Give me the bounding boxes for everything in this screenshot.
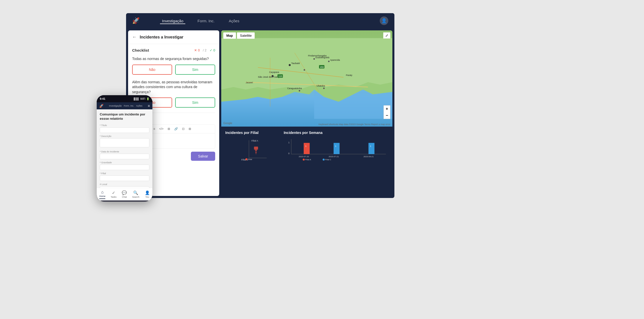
save-button[interactable]: Salvar: [191, 152, 215, 161]
svg-text:Taubaté: Taubaté: [291, 62, 300, 65]
home-label: Home: [99, 195, 105, 197]
svg-text:Aparecida: Aparecida: [330, 59, 340, 61]
desktop-nav: 🚀 Investigação Form. Inc. Ações 👤: [126, 13, 394, 28]
map-svg: Taubaté São José dos Campos Guaratinguet…: [221, 30, 392, 127]
toolbar-btn-grid[interactable]: ⊞: [167, 127, 171, 131]
svg-text:Paraty: Paraty: [346, 74, 353, 76]
google-logo: Google: [223, 122, 232, 125]
phone-nav: 🚀 Investigação Form. Inc. Ações ≡: [97, 102, 152, 109]
phone-menu-icon[interactable]: ≡: [148, 104, 150, 108]
map-tab-satellite[interactable]: Satellite: [237, 32, 255, 39]
phone-tab-you[interactable]: 👤 You: [145, 190, 150, 198]
svg-text:1: 1: [335, 145, 336, 147]
app-logo: 🚀: [132, 17, 140, 24]
toolbar-btn-link[interactable]: 🔗: [173, 127, 179, 131]
phone-label-descricao: * Descrição: [100, 135, 149, 137]
phone-field-local: # Local: [100, 183, 149, 188]
count-green: ✓ 0: [210, 48, 215, 52]
phone-form-title: Comunique um incidente por essse relatór…: [100, 112, 149, 121]
count-slash: / 2: [203, 48, 206, 52]
nav-item-acoes[interactable]: Ações: [227, 18, 242, 24]
nav-item-forminc[interactable]: Form. Inc.: [195, 18, 217, 24]
svg-text:1: 1: [305, 145, 306, 147]
map-expand-button[interactable]: ⤢: [383, 32, 390, 38]
phone-nav-items: Investigação Form. Inc. Ações: [109, 105, 142, 107]
phone-status-icons: ▌▌▌ WiFi 🔋: [134, 97, 149, 100]
svg-text:1: 1: [370, 145, 371, 147]
phone-input-local[interactable]: [100, 186, 149, 188]
question-text-2: Além das normas, as pessoas envolvidas t…: [132, 80, 215, 95]
svg-point-10: [304, 69, 305, 71]
svg-rect-32: [254, 147, 258, 150]
phone-label-filial: * Filial: [100, 172, 149, 175]
nav-item-investigacao[interactable]: Investigação: [160, 18, 185, 24]
phone-tab-tasks[interactable]: ✓ Tasks: [111, 190, 116, 198]
you-label: You: [145, 196, 149, 198]
svg-text:115: 115: [278, 75, 282, 77]
map-zoom-out[interactable]: −: [384, 112, 390, 119]
phone-logo: 🚀: [99, 104, 104, 108]
chart-filial-area: Filial A Filial C Filial: [225, 138, 278, 163]
phone-input-data[interactable]: [100, 154, 149, 159]
svg-text:0: 0: [288, 152, 289, 155]
question-block-1: Todas as normas de segurança foram segui…: [132, 56, 215, 75]
phone-select-filial[interactable]: [100, 175, 149, 181]
phone-nav-acoes[interactable]: Ações: [136, 105, 142, 107]
form-panel-header: ← Incidentes a Investigar: [128, 30, 219, 44]
svg-point-51: [303, 158, 305, 161]
wifi-icon: WiFi: [140, 97, 145, 100]
svg-text:2023-09-21: 2023-09-21: [364, 155, 374, 158]
chart-week-title: Incidentes por Semana: [284, 131, 388, 135]
map-tab-map[interactable]: Map: [223, 32, 236, 39]
svg-text:Caçapava: Caçapava: [269, 71, 279, 73]
svg-point-11: [328, 61, 330, 62]
phone-select-gravidade[interactable]: [100, 165, 149, 170]
svg-point-12: [299, 90, 300, 91]
answer-sim-1[interactable]: Sim: [175, 65, 215, 75]
toolbar-btn-3[interactable]: ≡: [152, 127, 156, 131]
svg-text:Filial: Filial: [248, 158, 252, 161]
svg-text:459: 459: [320, 66, 324, 68]
phone-status-bar: 9:41 ▌▌▌ WiFi 🔋: [97, 95, 152, 102]
svg-text:Jacareí: Jacareí: [246, 81, 253, 84]
phone-input-titulo[interactable]: [100, 127, 149, 133]
phone-tab-home[interactable]: ⌂ Home: [99, 190, 105, 199]
phone-tab-search[interactable]: 🔍 Search: [132, 190, 139, 198]
toolbar-btn-expand[interactable]: ⊞: [188, 127, 192, 131]
answer-sim-2[interactable]: Sim: [175, 97, 215, 108]
svg-text:1: 1: [288, 141, 289, 144]
toolbar-btn-code[interactable]: </>: [158, 127, 165, 131]
phone-tab-chat[interactable]: 💬 Chat: [122, 190, 127, 198]
checklist-counts: ✕ 0 / 2 ✓ 0: [194, 48, 215, 52]
map-controls: Map Satellite: [223, 32, 255, 39]
answer-nao-1[interactable]: Não: [132, 65, 172, 75]
map-footer: Keyboard shortcuts Map data ©2023 Google…: [318, 123, 390, 126]
checklist-title: Checklist: [132, 48, 149, 52]
chat-icon: 💬: [122, 190, 127, 195]
form-panel-title: Incidentes a Investigar: [140, 35, 184, 39]
phone-nav-forminc[interactable]: Form. Inc.: [124, 105, 134, 107]
svg-text:Filial A: Filial A: [251, 139, 258, 142]
back-button[interactable]: ←: [132, 34, 137, 40]
phone-field-data: * Data do Incidente: [100, 150, 149, 159]
map-zoom-in[interactable]: +: [384, 106, 390, 112]
phone-nav-investigacao[interactable]: Investigação: [109, 105, 122, 107]
phone-label-local: # Local: [100, 183, 149, 186]
week-svg: 1 0 1 2023-07-20 1 2023-07-21: [284, 138, 388, 161]
phone-input-descricao[interactable]: [100, 138, 149, 147]
answer-buttons-1: Não Sim: [132, 65, 215, 75]
you-icon: 👤: [145, 190, 150, 195]
user-avatar[interactable]: 👤: [380, 16, 388, 25]
svg-rect-48: [368, 143, 374, 154]
phone-label-titulo: * Título: [100, 124, 149, 127]
chart-filial-title: Incidentes por Filial: [225, 131, 278, 135]
toolbar-btn-copy[interactable]: ⊡: [181, 127, 186, 131]
svg-text:2023-07-21: 2023-07-21: [329, 155, 339, 158]
svg-point-13: [323, 88, 325, 89]
svg-text:Ubatuba: Ubatuba: [317, 85, 325, 87]
count-red: ✕ 0: [194, 48, 200, 52]
search-label: Search: [132, 196, 139, 198]
mobile-phone: 9:41 ▌▌▌ WiFi 🔋 🚀 Investigação Form. Inc…: [97, 95, 152, 202]
svg-rect-42: [304, 143, 310, 154]
svg-point-36: [245, 158, 247, 160]
